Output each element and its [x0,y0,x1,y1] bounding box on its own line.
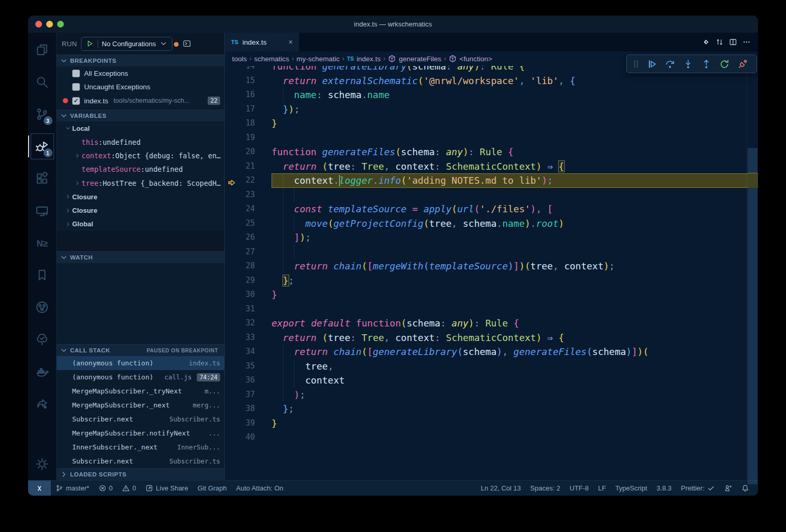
code-line[interactable]: 26 ]); [225,230,758,245]
activity-remote-explorer[interactable] [28,195,57,227]
code-line[interactable]: 40 [225,430,758,445]
status-branch[interactable]: master* [51,481,94,496]
step-out-button[interactable] [698,56,715,72]
call-stack-section-header[interactable]: CALL STACK PAUSED ON BREAKPOINT [57,344,224,356]
title-bar[interactable]: index.ts — wrkschematics [28,16,758,33]
variable-row[interactable]: this: undefined [57,135,224,148]
status-indentation[interactable]: Spaces: 2 [525,484,565,492]
open-changes-icon[interactable] [702,38,710,46]
minimize-window-button[interactable] [46,21,53,28]
variable-row[interactable]: tree: HostTree {_backend: ScopedH… [57,176,224,190]
gutter[interactable]: 38 [225,402,272,416]
maximize-window-button[interactable] [57,21,64,28]
code-line[interactable]: 28 return chain([mergeWith(templateSourc… [225,259,758,274]
launch-configuration-dropdown[interactable]: No Configurations [81,37,172,51]
call-stack-frame[interactable]: (anonymous function)call.js74:24 [57,370,224,384]
gutter[interactable]: 32 [225,316,272,331]
gutter[interactable]: 30 [225,288,272,302]
code-editor[interactable]: 14function generateLibrary(schema: any):… [225,66,758,480]
variable-row[interactable]: Global [57,217,224,231]
gutter[interactable]: 23 [225,188,272,202]
variables-section-header[interactable]: VARIABLES [57,110,224,121]
gutter[interactable]: 28 [225,259,272,274]
activity-nx-console[interactable]: N≥ [28,227,57,259]
code-line[interactable]: 39} [225,416,758,431]
variable-row[interactable]: context: Object {debug: false, en… [57,149,224,162]
gutter[interactable]: 26 [225,230,272,245]
activity-run-debug[interactable]: 1 [28,130,57,162]
scrollbar-slider[interactable] [748,148,757,484]
gutter[interactable]: 14 [225,66,272,74]
gutter[interactable]: 24 [225,202,272,216]
variable-row[interactable]: Closure [57,190,224,203]
gutter[interactable]: 40 [225,430,272,445]
remote-indicator[interactable] [28,481,51,496]
more-actions-icon[interactable] [742,38,751,46]
status-warnings[interactable]: 0 [117,481,141,496]
checkbox[interactable] [72,83,80,91]
gutter[interactable]: 33 [225,331,272,345]
code-line[interactable]: 34 return chain([generateLibrary(schema)… [225,345,758,359]
gutter[interactable]: 25 [225,216,272,231]
breakpoint-row[interactable]: ✓index.tstools/schematics/my-sch...22 [57,94,224,108]
status-language[interactable]: TypeScript [611,484,652,492]
activity-source-control[interactable]: 3 [28,98,57,130]
code-line[interactable]: 36 context [225,373,758,388]
call-stack-frame[interactable]: Subscriber.nextSubscriber.ts [57,412,224,426]
gutter[interactable]: 34 [225,345,272,359]
gutter[interactable]: 15 [225,74,272,88]
call-stack-frame[interactable]: MergeMapSubscriber._nextmerg... [57,398,224,412]
close-tab-icon[interactable]: × [289,38,293,46]
code-line[interactable]: 29 }; [225,274,758,288]
activity-test-explorer[interactable] [28,323,57,356]
code-line[interactable]: 18} [225,116,758,131]
call-stack-frame[interactable]: InnerSubscriber._nextInnerSub... [57,440,224,454]
gutter[interactable]: 39 [225,416,272,431]
status-notifications[interactable] [737,484,754,492]
code-line[interactable]: 16 name: schema.name [225,88,758,102]
code-line[interactable]: 22 context.logger.info('adding NOTES.md … [225,173,758,188]
step-into-button[interactable] [680,56,697,72]
code-line[interactable]: 15 return externalSchematic('@nrwl/works… [225,74,758,88]
close-window-button[interactable] [35,21,42,28]
status-auto-attach[interactable]: Auto Attach: On [232,481,288,496]
code-line[interactable]: 35 tree, [225,359,758,374]
activity-git-graph-view[interactable] [28,291,57,323]
variable-row[interactable]: templateSource: undefined [57,162,224,176]
gutter[interactable]: 27 [225,245,272,260]
status-cursor-position[interactable]: Ln 22, Col 13 [476,484,525,492]
disconnect-button[interactable] [734,56,751,72]
breadcrumb-item[interactable]: TSindex.ts [347,55,381,63]
activity-extensions[interactable] [28,162,57,195]
gutter[interactable]: 16 [225,88,272,102]
breadcrumb-item[interactable]: tools [232,55,247,63]
gutter[interactable]: 31 [225,302,272,317]
activity-explorer[interactable] [28,34,57,66]
code-line[interactable]: 21 return (tree: Tree, context: Schemati… [225,159,758,174]
call-stack-frame[interactable]: (anonymous function)index.ts [57,356,224,370]
activity-manage[interactable] [28,448,57,480]
code-line[interactable]: 30} [225,288,758,302]
code-line[interactable]: 27 [225,245,758,260]
restart-button[interactable] [716,56,733,72]
call-stack-frame[interactable]: MergeMapSubscriber.notifyNext... [57,426,224,440]
compare-changes-icon[interactable] [715,38,724,46]
status-ts-version[interactable]: 3.8.3 [652,484,676,492]
activity-search[interactable] [28,66,57,98]
code-line[interactable]: 24 const templateSource = apply(url('./f… [225,202,758,216]
activity-docker[interactable] [28,356,57,388]
loaded-scripts-section-header[interactable]: LOADED SCRIPTS [57,468,224,480]
gutter[interactable]: 29 [225,274,272,288]
code-line[interactable]: 33 return (tree: Tree, context: Schemati… [225,331,758,345]
checkbox[interactable] [72,70,80,77]
call-stack-frame[interactable]: MergeMapSubscriber._tryNextm... [57,384,224,398]
code-line[interactable]: 37 ); [225,388,758,402]
breadcrumb-item[interactable]: schematics [254,55,290,63]
breakpoint-row[interactable]: Uncaught Exceptions [57,80,224,94]
activity-bookmarks[interactable] [28,259,57,291]
variable-row[interactable]: Closure [57,203,224,217]
gutter[interactable]: 20 [225,145,272,159]
watch-section-header[interactable]: WATCH [57,251,224,263]
status-live-share[interactable]: Live Share [141,481,193,496]
status-encoding[interactable]: UTF-8 [565,484,593,492]
